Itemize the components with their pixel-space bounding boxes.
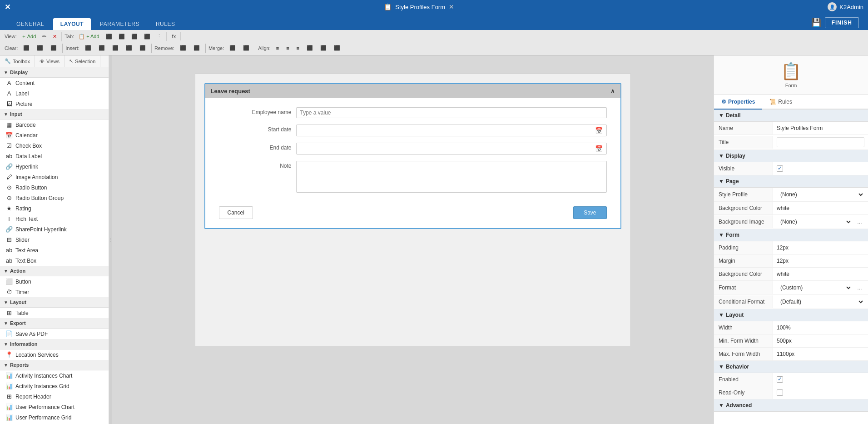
insert-btn1[interactable]: ⬛ (82, 44, 94, 52)
section-layout-header[interactable]: ▼ Layout (0, 297, 109, 308)
sidebar-item-imageannotation[interactable]: 🖊 Image Annotation (0, 172, 109, 182)
rp-section-page-header[interactable]: ▼ Page (714, 175, 868, 188)
tab-layout[interactable]: LAYOUT (53, 18, 91, 30)
window-close-icon[interactable]: ✕ (449, 3, 454, 10)
sidebar-item-slider[interactable]: ⊟ Slider (0, 234, 109, 245)
save-disk-icon[interactable]: 💾 (811, 18, 821, 28)
sidebar-item-timer[interactable]: ⏱ Timer (0, 287, 109, 297)
sidebar-item-checkbox[interactable]: ☑ Check Box (0, 140, 109, 151)
insert-btn3[interactable]: ⬛ (109, 44, 121, 52)
sidebar-item-barcode[interactable]: ▦ Barcode (0, 120, 109, 130)
align-btn1[interactable]: ≡ (273, 44, 282, 52)
sidebar-item-textarea[interactable]: ab Text Area (0, 245, 109, 255)
sidebar-item-sharepointlink[interactable]: 🔗 SharePoint Hyperlink (0, 224, 109, 234)
sidebar-item-reportheader[interactable]: ⊞ Report Header (0, 391, 109, 402)
readonly-checkbox[interactable] (777, 389, 783, 396)
tab-add-button[interactable]: 📋 + Add (76, 32, 102, 41)
align-btn2[interactable]: ≡ (283, 44, 292, 52)
sidebar-item-savepdf[interactable]: 📄 Save As PDF (0, 329, 109, 339)
rp-section-layout-header[interactable]: ▼ Layout (714, 309, 868, 321)
sidebar-tab-toolbox[interactable]: 🔧 Toolbox (0, 55, 35, 67)
title-input[interactable] (777, 137, 864, 147)
sidebar-item-userperfchart[interactable]: 📊 User Performance Chart (0, 402, 109, 412)
rp-section-form-header[interactable]: ▼ Form (714, 229, 868, 241)
tab-rules[interactable]: RULES (149, 18, 183, 30)
merge-btn1[interactable]: ⬛ (227, 44, 238, 52)
section-action-header[interactable]: ▼ Action (0, 266, 109, 276)
rp-tab-properties[interactable]: ⚙ Properties (714, 95, 762, 110)
enabled-checkbox[interactable] (777, 376, 783, 383)
sidebar-item-userperfgrid[interactable]: 📊 User Performance Grid (0, 412, 109, 423)
sidebar-item-datalabel[interactable]: ab Data Label (0, 151, 109, 161)
sidebar-item-actchart[interactable]: 📊 Activity Instances Chart (0, 370, 109, 381)
field-input-startdate[interactable]: 📅 (296, 125, 607, 136)
field-input-employeename[interactable] (296, 107, 607, 118)
sidebar-item-rating[interactable]: ★ Rating (0, 203, 109, 214)
section-export-header[interactable]: ▼ Export (0, 318, 109, 329)
rp-value-bgimage[interactable]: (None) … (773, 215, 868, 229)
field-input-enddate[interactable]: 📅 (296, 143, 607, 155)
tab-general[interactable]: GENERAL (9, 18, 51, 30)
section-input-header[interactable]: ▼ Input (0, 109, 109, 120)
sidebar-item-label[interactable]: A Label (0, 88, 109, 99)
format-select[interactable]: (Custom) (777, 283, 852, 292)
sidebar-tab-views[interactable]: 👁 Views (35, 55, 64, 67)
align-btn5[interactable]: ⬛ (317, 44, 329, 52)
clear-btn2[interactable]: ⬛ (34, 44, 46, 52)
rp-section-detail-header[interactable]: ▼ Detail (714, 110, 868, 122)
tab-btn6[interactable]: ⋮ (154, 32, 164, 41)
section-display-header[interactable]: ▼ Display (0, 67, 109, 78)
sidebar-item-button[interactable]: ⬜ Button (0, 276, 109, 287)
insert-btn2[interactable]: ⬛ (96, 44, 108, 52)
rp-value-title[interactable] (773, 135, 868, 150)
tab-btn3[interactable]: ⬛ (116, 32, 128, 41)
rp-value-styleprofile[interactable]: (None) (773, 188, 868, 201)
cancel-button[interactable]: Cancel (219, 206, 253, 219)
calendar-trigger-icon[interactable]: 📅 (595, 127, 603, 134)
sidebar-item-table[interactable]: ⊞ Table (0, 308, 109, 318)
sidebar-tab-selection[interactable]: ↖ Selection (64, 55, 100, 67)
merge-btn2[interactable]: ⬛ (240, 44, 252, 52)
tab-btn4[interactable]: ⬛ (129, 32, 140, 41)
sidebar-item-radiobutton[interactable]: ⊙ Radio Button (0, 182, 109, 193)
tab-btn5[interactable]: ⬛ (141, 32, 153, 41)
rp-section-advanced-header[interactable]: ▼ Advanced (714, 399, 868, 412)
styleprofile-select[interactable]: (None) (777, 190, 864, 199)
sidebar-item-richtext[interactable]: T Rich Text (0, 214, 109, 224)
sidebar-item-picture[interactable]: 🖼 Picture (0, 99, 109, 109)
sidebar-item-calendar[interactable]: 📅 Calendar (0, 130, 109, 140)
clear-btn1[interactable]: ⬛ (20, 44, 32, 52)
sidebar-item-locationservices[interactable]: 📍 Location Services (0, 349, 109, 360)
sidebar-item-actgrid[interactable]: 📊 Activity Instances Grid (0, 381, 109, 391)
remove-btn2[interactable]: ⬛ (191, 44, 203, 52)
align-btn3[interactable]: ≡ (294, 44, 302, 52)
fx-button[interactable]: fx (169, 32, 179, 40)
rp-section-display-header[interactable]: ▼ Display (714, 150, 868, 162)
clear-btn3[interactable]: ⬛ (48, 44, 60, 52)
rp-value-condformat[interactable]: (Default) (773, 295, 868, 309)
remove-btn1[interactable]: ⬛ (177, 44, 189, 52)
sidebar-item-content[interactable]: A Content (0, 78, 109, 88)
rp-section-behavior-header[interactable]: ▼ Behavior (714, 361, 868, 373)
calendar-trigger-icon2[interactable]: 📅 (595, 145, 603, 152)
finish-button[interactable]: FINISH (825, 17, 859, 28)
sidebar-item-textbox[interactable]: ab Text Box (0, 255, 109, 266)
align-btn4[interactable]: ⬛ (304, 44, 316, 52)
tab-parameters[interactable]: PARAMETERS (93, 18, 147, 30)
tab-btn2[interactable]: ⬛ (103, 32, 115, 41)
insert-btn4[interactable]: ⬛ (123, 44, 135, 52)
section-reports-header[interactable]: ▼ Reports (0, 360, 109, 370)
format-more-btn[interactable]: … (855, 284, 864, 291)
bgimage-more-btn[interactable]: … (855, 218, 864, 225)
sidebar-item-radiobuttongroup[interactable]: ⊙ Radio Button Group (0, 193, 109, 203)
sidebar-item-hyperlink[interactable]: 🔗 Hyperlink (0, 161, 109, 172)
bgimage-select[interactable]: (None) (777, 217, 852, 226)
insert-btn5[interactable]: ⬛ (137, 44, 149, 52)
view-delete-button[interactable]: ✕ (50, 32, 60, 41)
view-add-button[interactable]: ＋ Add (19, 32, 39, 41)
section-information-header[interactable]: ▼ Information (0, 339, 109, 349)
view-edit-button[interactable]: ✏ (40, 32, 49, 41)
visible-checkbox[interactable] (777, 165, 783, 172)
form-collapse-icon[interactable]: ∧ (610, 88, 615, 95)
align-btn6[interactable]: ⬛ (331, 44, 343, 52)
